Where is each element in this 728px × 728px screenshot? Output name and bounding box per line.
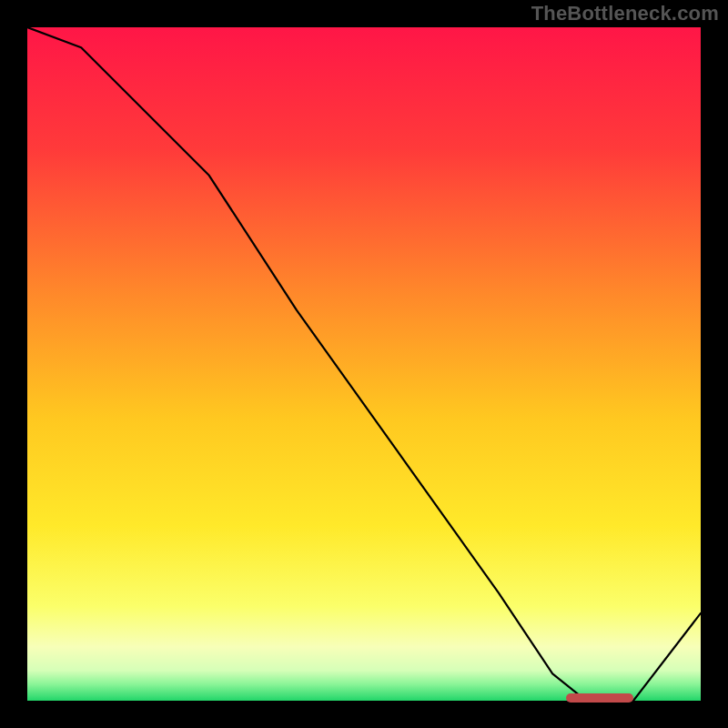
plot-area	[27, 27, 701, 701]
watermark-text: TheBottleneck.com	[531, 2, 719, 25]
curve-line	[27, 27, 701, 701]
chart-frame: TheBottleneck.com	[0, 0, 728, 728]
optimal-marker	[566, 693, 633, 703]
